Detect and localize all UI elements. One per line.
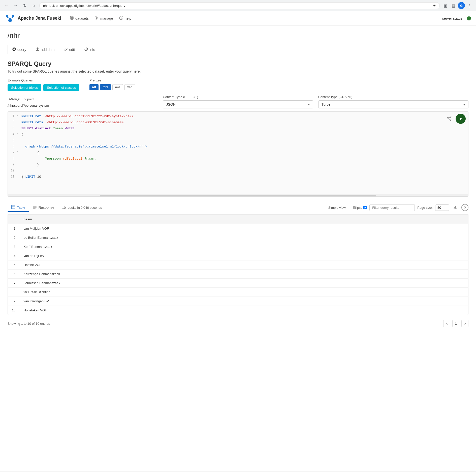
naam-cell: Hopstaken VOF [19,306,468,315]
tab-info-label: info [89,48,95,52]
ellipse-checkbox[interactable] [363,206,367,209]
results-table-wrapper: naam 1 van Muijden VOF 2 de Beijer Eenma… [8,215,468,315]
tab-query[interactable]: query [8,45,31,54]
navbar: Apache Jena Fuseki datasets manage help [0,11,476,25]
nav-datasets[interactable]: datasets [67,14,91,22]
endpoint-group: SPARQL Endpoint /nhr/sparql?persona=syst… [8,97,158,108]
table-row: 5 Hattink VOF [8,260,468,270]
prefix-rdfs-button[interactable]: rdfs [100,84,111,90]
ellipse-text: Ellipse [353,206,362,210]
server-status-dot [467,16,471,20]
browser-chrome: ← → ↻ ⌂ nhr-lock-unlock.apps.digilab.net… [0,0,476,11]
share-button[interactable] [445,114,454,123]
edit-icon [64,47,68,52]
tab-edit[interactable]: edit [59,45,80,54]
code-line-9: 9 } [8,162,468,168]
page-size-select[interactable]: 10 25 50 100 [435,204,449,211]
nav-help[interactable]: help [117,14,134,22]
table-row: 6 Kruizenga Eenmanszaak [8,270,468,279]
row-num-cell: 5 [8,260,19,270]
tab-add-data[interactable]: add data [31,45,59,54]
naam-cell: van Kralingen BV [19,297,468,306]
editor-scrollbar-thumb[interactable] [100,195,376,197]
code-line-3: 3 SELECT distinct ?naam WHERE [8,126,468,132]
back-button[interactable]: ← [3,2,10,9]
simple-view-label[interactable]: Simple view [328,206,350,210]
selection-classes-button[interactable]: Selection of classes [43,84,79,91]
naam-cell: van de Rijt BV [19,251,468,260]
column-naam: naam [19,215,468,224]
row-num-cell: 6 [8,270,19,279]
brand-name: Apache Jena Fuseki [18,16,61,21]
nav-help-label: help [125,16,131,20]
table-row: 7 Leunissen Eenmanszaak [8,279,468,288]
content-type-graph-wrapper: Turtle N-Triples JSON-LD RDF/XML ▼ [318,100,468,108]
simple-view-checkbox[interactable] [347,206,350,209]
code-editor[interactable]: 1 * PREFIX rdf: <http://www.w3.org/1999/… [8,111,468,197]
content-type-select-label: Content Type (SELECT) [163,95,313,99]
address-bar[interactable]: nhr-lock-unlock.apps.digilab.network/#/d… [39,2,440,9]
editor-scrollbar[interactable] [8,194,468,196]
row-num-cell: 3 [8,242,19,251]
split-view-button[interactable]: ▦ [450,2,457,9]
svg-point-15 [450,116,451,117]
sparql-description: To try out some SPARQL queries against t… [8,69,468,73]
code-line-10: 10 [8,168,468,174]
endpoint-label: SPARQL Endpoint [8,97,158,101]
tab-edit-label: edit [69,48,75,52]
code-line-empty1 [8,180,468,186]
table-row: 4 van de Rijt BV [8,251,468,260]
content-type-select[interactable]: JSON XML CSV TSV [163,100,313,108]
row-num-header [8,215,19,224]
naam-cell: Kruizenga Eenmanszaak [19,270,468,279]
settings-icon [95,16,99,21]
svg-point-11 [13,48,15,50]
code-content[interactable]: 1 * PREFIX rdf: <http://www.w3.org/1999/… [8,112,468,194]
svg-point-1 [6,15,8,17]
extensions-button[interactable]: ▣ [442,2,449,9]
run-query-button[interactable] [456,114,466,124]
table-footer: Showing 1 to 10 of 10 entries < 1 > [8,317,468,330]
tab-info[interactable]: info [80,45,100,54]
prefix-xsd-button[interactable]: xsd [124,84,135,90]
tab-table[interactable]: Table [8,203,29,212]
table-row: 2 de Beijer Eenmanszaak [8,233,468,242]
example-queries-group: Example Queries Selection of triples Sel… [8,78,79,91]
page-tabs: query add data edit info [8,45,468,54]
next-page-button[interactable]: > [461,320,468,327]
code-line-2: 2 PREFIX rdfs: <http://www.w3.org/2000/0… [8,120,468,126]
content-type-select-group: Content Type (SELECT) JSON XML CSV TSV ▼ [163,95,313,108]
query-tab-icon [12,47,16,52]
app: Apache Jena Fuseki datasets manage help [0,11,476,471]
table-header-row: naam [8,215,468,224]
reload-button[interactable]: ↻ [21,2,28,9]
ellipse-label[interactable]: Ellipse [353,206,367,210]
content-type-graph-label: Content Type (GRAPH) [318,95,468,99]
row-num-cell: 2 [8,233,19,242]
help-button[interactable]: ? [461,204,468,211]
download-button[interactable] [452,204,459,211]
browser-actions: ▣ ▦ G ⋮ [442,2,473,9]
naam-cell: de Beijer Eenmanszaak [19,233,468,242]
selection-triples-button[interactable]: Selection of triples [8,84,41,91]
content-type-graph-select[interactable]: Turtle N-Triples JSON-LD RDF/XML [318,100,468,108]
menu-button[interactable]: ⋮ [466,2,473,9]
nav-datasets-label: datasets [75,16,89,20]
table-row: 8 ter Braak Stichting [8,288,468,297]
results-info: 10 results in 0.046 seconds [62,206,102,210]
forward-button[interactable]: → [12,2,19,9]
prefix-owl-button[interactable]: owl [112,84,123,90]
results-header: Table Response 10 results in 0.046 secon… [8,201,468,215]
code-line-empty2 [8,186,468,192]
navbar-nav: datasets manage help [67,14,134,22]
prev-page-button[interactable]: < [443,320,450,327]
example-queries-label: Example Queries [8,78,79,82]
star-icon[interactable]: ★ [433,4,436,8]
svg-point-16 [447,118,448,119]
home-button[interactable]: ⌂ [30,2,37,9]
profile-button[interactable]: G [458,2,465,9]
tab-response[interactable]: Response [29,203,58,212]
prefix-rdf-button[interactable]: rdf [89,84,99,90]
filter-input[interactable] [369,204,415,211]
nav-manage[interactable]: manage [92,14,116,22]
